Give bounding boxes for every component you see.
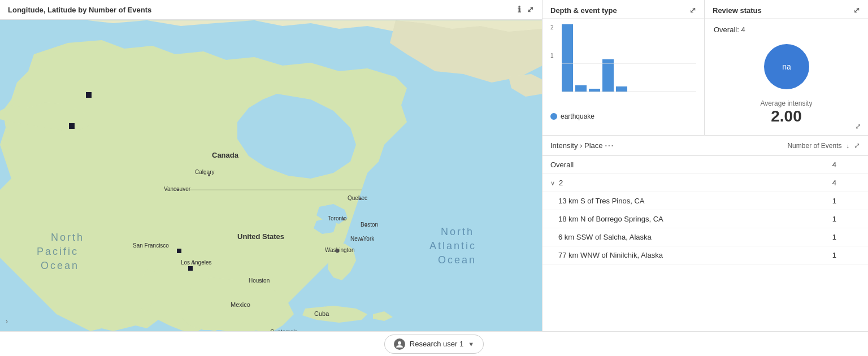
depth-expand-icon[interactable]: ⤢: [689, 6, 696, 15]
user-button[interactable]: Research user 1 ▼: [384, 335, 484, 354]
donut-chart: na: [758, 38, 815, 95]
map-panel: Longitude, Latitude by Number of Events …: [0, 0, 542, 331]
table-cell-label-text: 2: [559, 179, 563, 187]
svg-text:Washington: Washington: [325, 247, 354, 253]
depth-chart: 2 1: [542, 19, 704, 109]
table-cell-label: 18 km N of Borrego Springs, CA: [542, 210, 824, 228]
table-row[interactable]: 6 km SSW of Salcha, Alaska1: [542, 228, 868, 246]
table-cell-count: 1: [824, 210, 868, 228]
map-chevron-icon: ›: [6, 318, 8, 325]
table-cell-count: 4: [824, 156, 868, 174]
table-cell-label-text: 18 km N of Borrego Springs, CA: [558, 215, 663, 223]
review-panel: Review status ⤢ Overall: 4 na Average i: [704, 0, 868, 136]
sort-icon[interactable]: ↓: [847, 142, 850, 149]
table-cell-count: 1: [824, 192, 868, 210]
svg-point-14: [342, 218, 345, 220]
depth-legend: earthquake: [542, 109, 704, 124]
table-row[interactable]: Overall4: [542, 156, 868, 174]
legend-dot: [550, 113, 557, 120]
overall-count: Overall: 4: [714, 25, 859, 34]
svg-point-12: [359, 198, 362, 200]
depth-panel-header: Depth & event type ⤢: [542, 0, 704, 19]
table-panel: Intensity › Place ··· Number of Events ↓…: [542, 136, 868, 331]
map-title-bar: Longitude, Latitude by Number of Events …: [0, 0, 542, 20]
user-icon: [394, 338, 405, 350]
table-title: Intensity › Place: [550, 141, 603, 150]
svg-point-39: [398, 341, 401, 345]
table-expand-icon[interactable]: ⤢: [854, 141, 860, 150]
svg-rect-34: [177, 249, 181, 253]
overall-label: Overall:: [714, 25, 739, 34]
svg-text:na: na: [782, 62, 791, 71]
table-cell-label: 13 km S of Tres Pinos, CA: [542, 192, 824, 210]
top-right-row: Depth & event type ⤢ 2 1: [542, 0, 868, 136]
svg-text:United States: United States: [237, 232, 284, 241]
bar-4: [602, 59, 614, 92]
avg-intensity-value: 2.00: [714, 107, 859, 125]
data-table: Overall4∨ 2413 km S of Tres Pinos, CA118…: [542, 156, 868, 264]
map-expand-icon[interactable]: ⤢: [527, 5, 534, 15]
bar-1: [562, 24, 573, 92]
map-svg: North Pacific Ocean North Atlantic Ocean…: [0, 20, 542, 331]
svg-point-18: [361, 238, 363, 241]
table-row[interactable]: 77 km WNW of Ninilchik, Alaska1: [542, 246, 868, 264]
table-row[interactable]: 13 km S of Tres Pinos, CA1: [542, 192, 868, 210]
bottom-bar: Research user 1 ▼: [0, 331, 868, 356]
svg-text:Atlantic: Atlantic: [429, 240, 476, 251]
table-cell-label-text: 13 km S of Tres Pinos, CA: [558, 197, 644, 205]
svg-text:North: North: [441, 226, 474, 237]
svg-text:Pacific: Pacific: [37, 246, 79, 257]
user-avatar-icon: [396, 340, 403, 348]
svg-rect-35: [188, 266, 193, 271]
svg-text:Los Angeles: Los Angeles: [181, 259, 212, 266]
map-svg-area: North Pacific Ocean North Atlantic Ocean…: [0, 20, 542, 306]
map-title-icons: ℹ ⤢: [518, 5, 534, 15]
svg-text:Canada: Canada: [212, 151, 239, 159]
user-label: Research user 1: [410, 340, 463, 348]
row-chevron-icon[interactable]: ∨: [550, 180, 557, 186]
svg-point-20: [336, 249, 339, 253]
table-cell-label: Overall: [542, 156, 824, 174]
avg-intensity-expand-icon[interactable]: ⤢: [855, 122, 861, 131]
y-axis-label-2: 2: [550, 24, 554, 31]
table-cell-count: 1: [824, 228, 868, 246]
table-cell-label: ∨ 2: [542, 174, 824, 192]
right-panels: Depth & event type ⤢ 2 1: [542, 0, 868, 331]
table-header-right: Number of Events ↓ ⤢: [787, 141, 860, 150]
svg-text:Houston: Houston: [249, 277, 270, 284]
svg-text:Calgary: Calgary: [195, 169, 214, 175]
table-header-left: Intensity › Place ···: [550, 141, 784, 150]
table-row[interactable]: 18 km N of Borrego Springs, CA1: [542, 210, 868, 228]
table-cell-label: 6 km SSW of Salcha, Alaska: [542, 228, 824, 246]
donut-container: na: [714, 38, 859, 95]
svg-text:Mexico: Mexico: [231, 301, 250, 308]
svg-text:Boston: Boston: [361, 222, 378, 228]
table-cell-label-text: 6 km SSW of Salcha, Alaska: [558, 233, 652, 241]
svg-point-24: [193, 262, 195, 264]
main-container: Longitude, Latitude by Number of Events …: [0, 0, 868, 331]
table-cell-count: 4: [824, 174, 868, 192]
svg-rect-32: [86, 92, 92, 98]
map-title-text: Longitude, Latitude by Number of Events: [8, 6, 151, 14]
review-panel-title: Review status: [713, 6, 762, 15]
dropdown-arrow-icon: ▼: [468, 341, 474, 348]
col2-header: Number of Events: [787, 142, 841, 150]
svg-text:Ocean: Ocean: [438, 254, 476, 266]
review-expand-icon[interactable]: ⤢: [853, 6, 860, 15]
table-more-icon[interactable]: ···: [605, 141, 615, 150]
table-row[interactable]: ∨ 24: [542, 174, 868, 192]
svg-point-26: [261, 280, 263, 283]
svg-text:Quebec: Quebec: [348, 195, 367, 201]
map-info-icon[interactable]: ℹ: [518, 5, 521, 15]
table-cell-label-text: 77 km WNW of Ninilchik, Alaska: [558, 251, 663, 259]
depth-panel: Depth & event type ⤢ 2 1: [542, 0, 704, 136]
svg-point-10: [208, 174, 210, 176]
avg-intensity-label: Average intensity: [714, 99, 859, 107]
svg-point-16: [365, 224, 367, 227]
review-content: Overall: 4 na Average intensity 2.00: [705, 19, 868, 132]
legend-label: earthquake: [561, 112, 594, 120]
overall-value: 4: [741, 25, 745, 34]
table-header: Intensity › Place ··· Number of Events ↓…: [542, 136, 868, 156]
svg-text:Cuba: Cuba: [314, 310, 329, 317]
y-axis-label-1: 1: [550, 53, 554, 59]
